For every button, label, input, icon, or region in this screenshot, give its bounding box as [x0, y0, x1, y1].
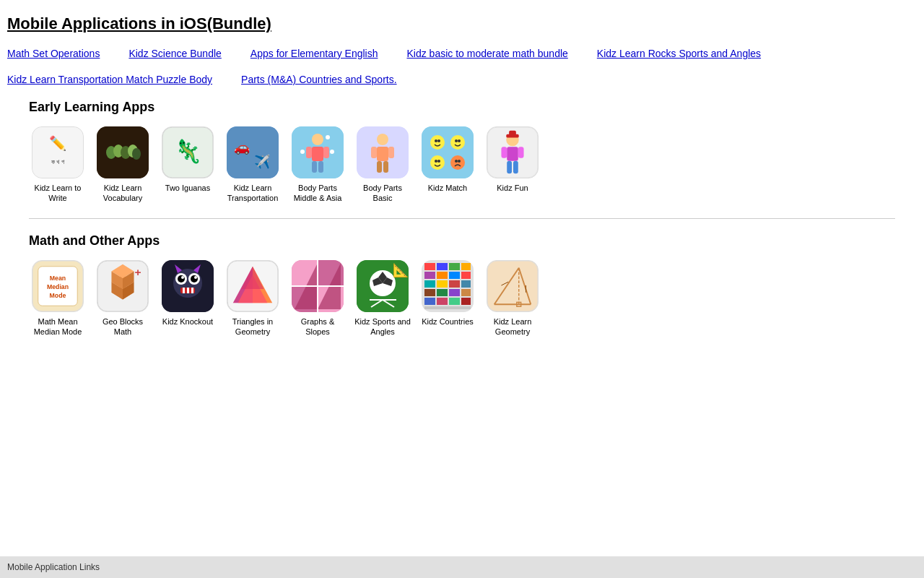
app-label-sports: Kidz Sports and Angles: [354, 316, 411, 337]
app-icon-countries[interactable]: [422, 260, 474, 312]
app-label-write: Kidz Learn to Write: [29, 183, 87, 204]
svg-rect-17: [306, 147, 312, 158]
svg-text:✈️: ✈️: [254, 154, 271, 170]
early-learning-title: Early Learning Apps: [29, 100, 895, 115]
app-label-vocab: Kidz Learn Vocabulary: [94, 183, 152, 204]
svg-rect-48: [518, 147, 524, 158]
app-icon-bodyparts-basic[interactable]: [357, 126, 409, 178]
early-learning-apps-row: ✏️ ক খ গ Kidz Learn to Write: [29, 126, 895, 204]
app-icon-fun[interactable]: [487, 126, 539, 178]
app-label-bodyparts-asia: Body Parts Middle & Asia: [289, 183, 346, 204]
svg-rect-120: [449, 289, 460, 296]
svg-text:ক খ গ: ক খ গ: [51, 158, 65, 165]
svg-point-40: [437, 160, 440, 163]
svg-point-36: [455, 139, 458, 142]
svg-rect-125: [461, 298, 471, 305]
app-icon-iguanas[interactable]: 🦎: [162, 126, 214, 178]
bundle-link-4[interactable]: Kidz Learn Rocks Sports and Angles: [597, 48, 761, 59]
svg-point-73: [181, 276, 184, 279]
svg-rect-113: [461, 272, 471, 279]
svg-rect-118: [424, 289, 435, 296]
svg-rect-116: [449, 280, 460, 288]
app-icon-geometry[interactable]: [487, 260, 539, 312]
app-item-geoblocks: + Geo Blocks Math: [94, 260, 152, 337]
bundle-link-0[interactable]: Math Set Operations: [7, 48, 100, 59]
section-divider: [29, 218, 895, 219]
svg-point-21: [326, 135, 330, 139]
app-item-bodyparts-asia: Body Parts Middle & Asia: [289, 126, 346, 204]
svg-rect-49: [507, 161, 512, 173]
app-item-triangles: Triangles in Geometry: [224, 260, 282, 337]
app-icon-sports[interactable]: 📐: [357, 260, 409, 312]
svg-rect-19: [312, 161, 317, 173]
app-item-sports: 📐 Kidz Sports and Angles: [354, 260, 411, 337]
app-item-mean: Mean Median Mode Math Mean Median Mode: [29, 260, 87, 337]
bundle-link-2[interactable]: Apps for Elementary English: [250, 48, 378, 59]
app-icon-transport[interactable]: 🚗 ✈️: [227, 126, 279, 178]
svg-rect-112: [449, 272, 460, 279]
svg-rect-122: [424, 298, 435, 305]
svg-point-71: [178, 275, 185, 282]
svg-rect-46: [507, 147, 518, 160]
app-item-vocab: Kidz Learn Vocabulary: [94, 126, 152, 204]
app-icon-triangles[interactable]: [227, 260, 279, 312]
app-label-knockout: Kidz Knockout: [162, 316, 213, 327]
app-item-match: Kidz Match: [419, 126, 476, 193]
svg-rect-109: [461, 263, 471, 270]
bundle-link-6[interactable]: Parts (M&A) Countries and Sports.: [241, 74, 397, 85]
app-icon-mean[interactable]: Mean Median Mode: [32, 260, 84, 312]
svg-rect-123: [437, 298, 448, 305]
svg-rect-121: [461, 289, 471, 296]
app-label-mean: Math Mean Median Mode: [29, 316, 87, 337]
svg-rect-124: [449, 298, 460, 305]
svg-point-15: [312, 134, 323, 145]
bundle-link-5[interactable]: Kidz Learn Transportation Match Puzzle B…: [7, 74, 212, 85]
svg-point-25: [377, 134, 388, 145]
math-other-title: Math and Other Apps: [29, 233, 895, 249]
svg-rect-126: [424, 306, 471, 309]
app-icon-graphs[interactable]: [292, 260, 344, 312]
svg-rect-107: [437, 263, 448, 270]
svg-rect-110: [424, 272, 435, 279]
svg-rect-50: [513, 161, 518, 173]
svg-text:✏️: ✏️: [49, 134, 67, 152]
bundle-link-1[interactable]: Kidz Science Bundle: [128, 48, 221, 59]
app-item-bodyparts-basic: Body Parts Basic: [354, 126, 411, 204]
svg-rect-31: [422, 126, 474, 178]
svg-point-22: [300, 150, 305, 154]
app-icon-geoblocks[interactable]: +: [97, 260, 149, 312]
svg-point-38: [430, 155, 445, 170]
page-title: Mobile Applications in iOS(Bundle): [7, 14, 917, 33]
svg-point-34: [437, 139, 440, 142]
app-icon-write[interactable]: ✏️ ক খ গ: [32, 126, 84, 178]
svg-rect-26: [377, 147, 388, 161]
app-icon-knockout[interactable]: [162, 260, 214, 312]
svg-rect-77: [187, 288, 189, 293]
bundle-link-3[interactable]: Kidz basic to moderate math bundle: [406, 48, 567, 59]
app-icon-match[interactable]: [422, 126, 474, 178]
math-other-section: Math and Other Apps Mean Median Mode Mat…: [7, 233, 917, 337]
svg-rect-114: [424, 280, 435, 288]
svg-rect-108: [449, 263, 460, 270]
svg-rect-47: [501, 147, 507, 158]
app-label-geometry: Kidz Learn Geometry: [484, 316, 541, 337]
app-icon-vocab[interactable]: [97, 126, 149, 178]
app-icon-bodyparts-asia[interactable]: [292, 126, 344, 178]
svg-point-35: [450, 135, 465, 150]
svg-text:📐: 📐: [393, 262, 409, 278]
svg-text:🚗: 🚗: [234, 139, 250, 155]
svg-rect-78: [191, 288, 193, 293]
svg-rect-119: [437, 289, 448, 296]
app-item-knockout: Kidz Knockout: [159, 260, 217, 327]
app-label-match: Kidz Match: [428, 183, 467, 193]
svg-point-72: [191, 275, 198, 282]
svg-text:Mean: Mean: [50, 275, 66, 282]
app-item-graphs: Graphs & Slopes: [289, 260, 346, 337]
app-label-geoblocks: Geo Blocks Math: [94, 316, 152, 337]
app-label-bodyparts-basic: Body Parts Basic: [354, 183, 411, 204]
bundle-links-container: Math Set Operations Kidz Science Bundle …: [7, 48, 917, 59]
svg-point-43: [458, 160, 461, 163]
svg-point-41: [450, 155, 465, 170]
app-item-iguanas: 🦎 Two Iguanas: [159, 126, 217, 193]
svg-text:Mode: Mode: [50, 291, 66, 298]
